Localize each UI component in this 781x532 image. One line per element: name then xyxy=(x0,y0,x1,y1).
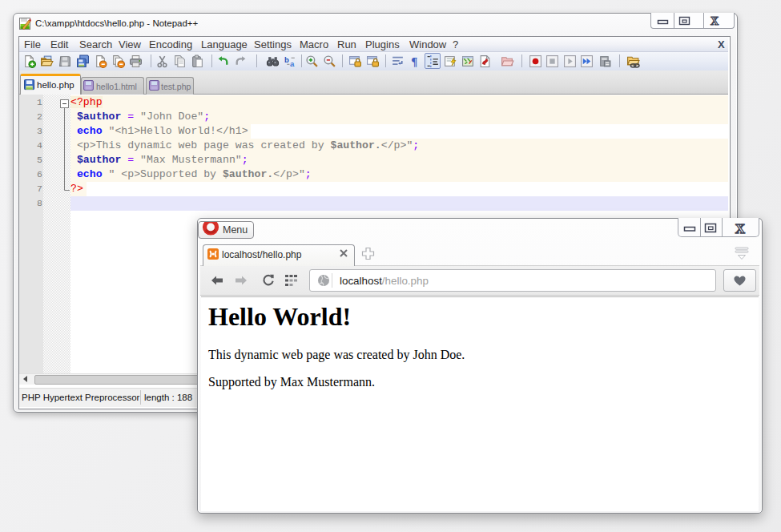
svg-text:¶: ¶ xyxy=(411,55,417,68)
svg-text:b: b xyxy=(284,55,289,64)
svg-text:X: X xyxy=(711,15,719,27)
svg-text:a: a xyxy=(290,59,295,68)
svg-text:X: X xyxy=(735,221,746,236)
